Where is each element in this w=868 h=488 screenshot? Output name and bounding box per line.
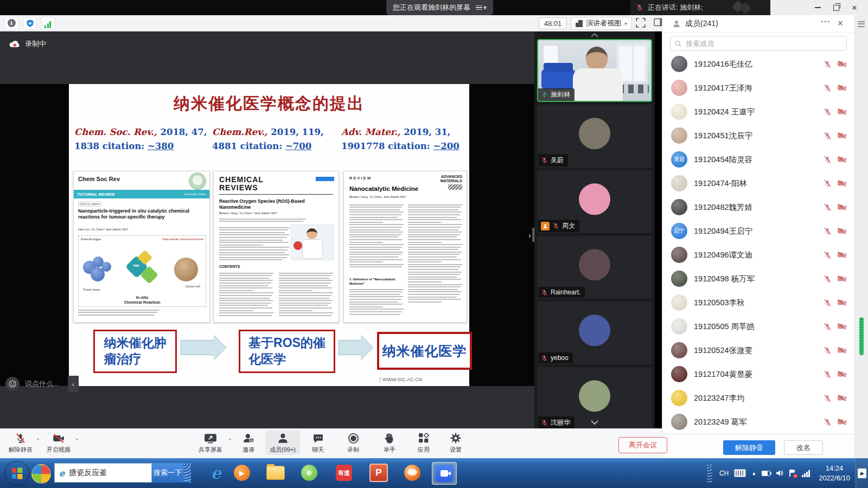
start-video-control[interactable]: 开启视频: [47, 432, 71, 454]
start-button[interactable]: [4, 461, 29, 486]
view-mode-button[interactable]: 演讲者视图 ▾: [571, 17, 632, 30]
strip-scroll-down-icon[interactable]: [534, 420, 655, 425]
member-row[interactable]: 灵容 19120454陆灵容: [662, 147, 854, 171]
dock-menu-icon[interactable]: [858, 20, 865, 28]
settings-control[interactable]: 设置: [450, 432, 462, 454]
volume-icon[interactable]: [776, 470, 783, 477]
member-muted-camera-icon[interactable]: [837, 323, 847, 330]
action-center-flag-icon[interactable]: ✕: [789, 470, 796, 477]
members-close-button[interactable]: ✕: [837, 19, 844, 28]
raise-hand-control[interactable]: 举手: [384, 432, 395, 454]
member-muted-camera-icon[interactable]: [837, 275, 847, 282]
invite-control[interactable]: 邀请: [242, 432, 254, 454]
member-muted-mic-icon[interactable]: [824, 156, 832, 164]
member-muted-mic-icon[interactable]: [824, 251, 832, 259]
language-indicator[interactable]: CH: [719, 470, 729, 477]
member-row[interactable]: 19120451沈辰宇: [662, 124, 854, 147]
member-muted-mic-icon[interactable]: [824, 132, 832, 140]
chat-placeholder[interactable]: 说点什么...: [25, 379, 59, 389]
member-muted-camera-icon[interactable]: [837, 251, 847, 259]
chat-control[interactable]: 聊天: [312, 432, 324, 454]
member-muted-camera-icon[interactable]: [837, 346, 847, 354]
taskbar-media-player-icon[interactable]: ▶: [230, 462, 254, 484]
member-row[interactable]: 19120482魏芳婧: [662, 195, 854, 219]
member-muted-mic-icon[interactable]: [824, 323, 832, 331]
member-muted-mic-icon[interactable]: [824, 346, 832, 355]
share-screen-control[interactable]: 共享屏幕: [199, 432, 222, 454]
member-row[interactable]: 19120417王泽海: [662, 76, 854, 100]
video-tile[interactable]: Rainheart.: [537, 236, 652, 299]
member-row[interactable]: 19120505 周莘皓: [662, 314, 854, 338]
member-row[interactable]: 19120474-阳林: [662, 171, 854, 195]
taskbar-fox-browser-icon[interactable]: [400, 462, 424, 484]
member-row[interactable]: 19120496谭文迪: [662, 243, 854, 267]
video-tile[interactable]: 周攵: [537, 170, 652, 233]
member-row[interactable]: 19120498 杨万军: [662, 267, 854, 291]
member-row[interactable]: 19121704黄昱菱: [662, 362, 854, 386]
rename-button[interactable]: 改名: [784, 440, 823, 455]
battery-icon[interactable]: [762, 471, 770, 476]
chat-collapse-button[interactable]: ‹: [68, 376, 79, 392]
member-muted-camera-icon[interactable]: [837, 60, 847, 68]
member-muted-camera-icon[interactable]: [837, 203, 847, 211]
apps-control[interactable]: 应用: [418, 432, 430, 454]
video-tile[interactable]: 吴蔚: [537, 105, 652, 168]
member-search-box[interactable]: [670, 36, 847, 51]
video-tile[interactable]: 施剑林: [537, 39, 652, 102]
taskbar-ie-icon[interactable]: e: [204, 462, 228, 484]
member-muted-mic-icon[interactable]: [824, 370, 832, 378]
member-muted-mic-icon[interactable]: [824, 394, 832, 402]
member-muted-camera-icon[interactable]: [837, 179, 847, 187]
member-row[interactable]: 19120424 王遨宇: [662, 100, 854, 124]
member-row[interactable]: 20123249 葛军: [662, 410, 854, 434]
member-muted-camera-icon[interactable]: [837, 394, 847, 402]
taskbar-powerpoint-icon[interactable]: P: [367, 462, 391, 484]
share-options-chevron[interactable]: ⌃: [228, 438, 232, 444]
tray-clock[interactable]: 14:242022/6/10: [819, 464, 850, 483]
browser-360-icon[interactable]: [31, 464, 51, 484]
member-muted-camera-icon[interactable]: [837, 84, 847, 92]
member-muted-camera-icon[interactable]: [837, 156, 847, 163]
member-muted-mic-icon[interactable]: [824, 418, 832, 426]
member-muted-camera-icon[interactable]: [837, 132, 847, 139]
keyboard-icon[interactable]: [734, 469, 746, 477]
taskbar-search-button[interactable]: 搜索一下: [152, 463, 183, 483]
member-muted-mic-icon[interactable]: [824, 203, 832, 211]
record-control[interactable]: 录制: [347, 432, 359, 454]
members-more-button[interactable]: ···: [821, 17, 831, 26]
meeting-info-button[interactable]: i: [4, 17, 18, 30]
taskbar-search-input[interactable]: e 搪瓷反应釜: [54, 463, 152, 483]
chat-quick-input[interactable]: 说点什么...: [5, 377, 59, 391]
member-muted-mic-icon[interactable]: [824, 84, 832, 92]
member-row[interactable]: 19120524张溦雯: [662, 338, 854, 362]
taskbar-meeting-app-icon[interactable]: [432, 462, 457, 485]
security-shield-icon[interactable]: [23, 17, 37, 30]
tray-expand-icon[interactable]: ▲: [751, 471, 756, 476]
network-icon[interactable]: [802, 470, 810, 477]
video-strip-collapse-handle[interactable]: ›: [528, 228, 534, 242]
member-muted-mic-icon[interactable]: [824, 299, 832, 307]
member-row[interactable]: 19120416毛佳亿: [662, 52, 854, 76]
taskbar-green-browser-icon[interactable]: e: [297, 462, 321, 484]
members-control[interactable]: 成员(99+): [270, 432, 296, 454]
banner-menu-icon[interactable]: ▾: [476, 4, 487, 11]
unmute-control[interactable]: 解除静音: [9, 432, 33, 454]
member-muted-mic-icon[interactable]: [824, 60, 832, 68]
member-muted-mic-icon[interactable]: [824, 275, 832, 283]
member-muted-camera-icon[interactable]: [837, 108, 847, 115]
unmute-button[interactable]: 解除静音: [723, 440, 775, 455]
minimize-button[interactable]: [808, 0, 827, 15]
member-muted-camera-icon[interactable]: [837, 418, 847, 426]
member-muted-mic-icon[interactable]: [824, 108, 832, 116]
member-muted-camera-icon[interactable]: [837, 299, 847, 306]
network-signal-icon[interactable]: [41, 17, 55, 30]
search-input[interactable]: [685, 39, 842, 48]
member-muted-camera-icon[interactable]: [837, 227, 847, 235]
member-row[interactable]: 19120503李秋: [662, 291, 854, 314]
video-tile[interactable]: yeboo: [537, 301, 652, 364]
strip-scroll-up-icon[interactable]: [534, 31, 655, 38]
close-button[interactable]: ✕: [845, 0, 864, 15]
member-row[interactable]: 启宁 19120494王启宁: [662, 219, 854, 243]
emoji-icon[interactable]: [5, 377, 20, 391]
video-options-chevron[interactable]: ⌃: [75, 438, 79, 444]
